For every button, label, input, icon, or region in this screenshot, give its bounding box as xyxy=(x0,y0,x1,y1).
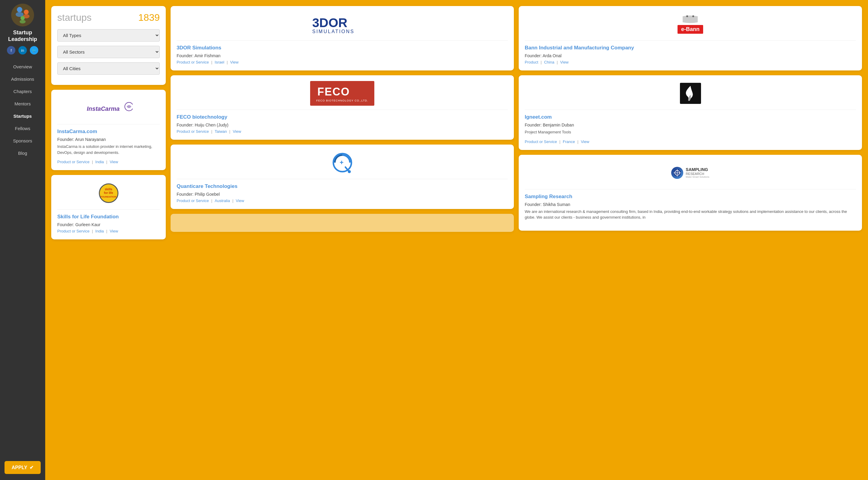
apply-button[interactable]: APPLY ✔ xyxy=(4,461,41,474)
startups-header: startups 1839 xyxy=(57,12,160,23)
startup-card-feco: FECO FECO BIOTECHNOLOGY CO.,LTD. FECO bi… xyxy=(170,75,514,140)
startup-view-bann[interactable]: View xyxy=(560,60,569,64)
startup-founder-skillsforlife: Founder: Gurleen Kaur xyxy=(57,222,160,227)
startup-founder-quanticare: Founder: Philip Goebel xyxy=(177,192,508,197)
instacarma-logo: InstaCarma xyxy=(84,101,133,115)
filter-card: startups 1839 All Types Product Service … xyxy=(51,6,166,85)
startups-title: startups xyxy=(57,12,92,23)
startup-name-instacarma[interactable]: InstaCarma.com xyxy=(57,129,160,135)
column-1: startups 1839 All Types Product Service … xyxy=(51,6,166,474)
startup-country-bann[interactable]: China xyxy=(544,60,554,64)
startup-type-quanticare[interactable]: Product or Service xyxy=(177,199,209,203)
startup-founder-bann: Founder: Arda Onal xyxy=(525,53,856,58)
twitter-icon[interactable]: 🐦 xyxy=(30,46,38,55)
main-content: startups 1839 All Types Product Service … xyxy=(45,0,868,480)
quanticare-logo-area: + xyxy=(177,150,508,175)
startup-view-skillsforlife[interactable]: View xyxy=(110,229,118,233)
svg-point-1 xyxy=(17,7,22,12)
sidebar-nav: Overview Admissions Chapters Mentors Sta… xyxy=(0,61,45,456)
startup-tags-3dor: Product or Service | Israel | View xyxy=(177,60,508,64)
instacarma-logo-area: InstaCarma xyxy=(57,96,160,120)
startup-founder-3dor: Founder: Amir Fishman xyxy=(177,53,508,58)
startup-view-instacarma[interactable]: View xyxy=(110,160,118,164)
startup-country-quanticare[interactable]: Australia xyxy=(215,199,230,203)
startup-type-skillsforlife[interactable]: Product or Service xyxy=(57,229,90,233)
startup-tags-quanticare: Product or Service | Australia | View xyxy=(177,199,508,203)
startup-name-bann[interactable]: Bann Industrial and Manufacturing Compan… xyxy=(525,45,856,51)
skillsforlife-logo: skillsfor lifeFOUNDATION xyxy=(99,183,119,203)
sidebar-item-mentors[interactable]: Mentors xyxy=(0,98,45,110)
startups-count: 1839 xyxy=(138,12,160,23)
startup-name-quanticare[interactable]: Quanticare Technologies xyxy=(177,183,508,190)
card-divider xyxy=(525,40,856,41)
apply-label: APPLY xyxy=(12,465,27,470)
startup-desc-sampling: We are an international research & manag… xyxy=(525,209,856,220)
startup-name-3dor[interactable]: 3DOR Simulations xyxy=(177,45,508,51)
type-filter[interactable]: All Types Product Service Product or Ser… xyxy=(57,29,160,41)
feco-logo-area: FECO FECO BIOTECHNOLOGY CO.,LTD. xyxy=(177,81,508,105)
sidebar-item-startups[interactable]: Startups xyxy=(0,110,45,122)
sidebar-logo xyxy=(10,3,35,27)
startup-country-igneet[interactable]: France xyxy=(563,139,575,144)
startup-view-feco[interactable]: View xyxy=(233,129,241,134)
startup-country-3dor[interactable]: Israel xyxy=(215,60,224,64)
startup-view-igneet[interactable]: View xyxy=(581,139,589,144)
startup-name-igneet[interactable]: Igneet.com xyxy=(525,114,856,120)
startup-view-quanticare[interactable]: View xyxy=(236,199,244,203)
startup-tags-igneet: Product or Service | France | View xyxy=(525,139,856,144)
svg-point-16 xyxy=(692,15,694,17)
svg-text:+: + xyxy=(340,159,344,166)
card-divider xyxy=(525,110,856,110)
svg-text:FECO: FECO xyxy=(317,85,350,98)
startup-name-sampling[interactable]: Sampling Research xyxy=(525,194,856,200)
startup-card-igneet: Igneet.com Founder: Benjamin Duban Proje… xyxy=(519,75,862,150)
startup-type-feco[interactable]: Product or Service xyxy=(177,129,209,134)
city-filter[interactable]: All Cities New York San Francisco London… xyxy=(57,62,160,75)
startup-country-instacarma[interactable]: India xyxy=(95,160,104,164)
startup-type-bann[interactable]: Product xyxy=(525,60,538,64)
card-divider xyxy=(177,110,508,110)
startup-founder-igneet: Founder: Benjamin Duban xyxy=(525,123,856,127)
sector-filter[interactable]: All Sectors Technology Healthcare Financ… xyxy=(57,46,160,58)
sampling-logo: SAMPLING RESEARCH Make Smart Solutions xyxy=(671,167,709,179)
startup-type-3dor[interactable]: Product or Service xyxy=(177,60,209,64)
startup-card-3dor: 3DOR SIMULATIONS 3DOR Simulations Founde… xyxy=(170,6,514,70)
sidebar-item-chapters[interactable]: Chapters xyxy=(0,85,45,98)
startup-view-3dor[interactable]: View xyxy=(230,60,239,64)
card-divider xyxy=(525,189,856,190)
3dor-logo: 3DOR SIMULATIONS xyxy=(309,13,375,35)
startup-type-igneet[interactable]: Product or Service xyxy=(525,139,557,144)
startup-country-feco[interactable]: Taiwan xyxy=(215,129,227,134)
linkedin-icon[interactable]: in xyxy=(19,46,27,55)
startup-tags-bann: Product | China | View xyxy=(525,60,856,64)
svg-text:SIMULATIONS: SIMULATIONS xyxy=(312,29,354,34)
startup-card-bann: e-Bann Bann Industrial and Manufacturing… xyxy=(519,6,862,70)
igneet-logo-area xyxy=(525,81,856,105)
startup-name-skillsforlife[interactable]: Skills for Life Foundation xyxy=(57,214,160,220)
startup-type-instacarma[interactable]: Product or Service xyxy=(57,160,90,164)
sidebar: Startup Leadership f in 🐦 Overview Admis… xyxy=(0,0,45,480)
startup-country-skillsforlife[interactable]: India xyxy=(95,229,104,233)
sidebar-item-overview[interactable]: Overview xyxy=(0,61,45,73)
column-2: 3DOR SIMULATIONS 3DOR Simulations Founde… xyxy=(170,6,514,474)
feco-logo: FECO FECO BIOTECHNOLOGY CO.,LTD. xyxy=(310,81,374,106)
sidebar-item-sponsors[interactable]: Sponsors xyxy=(0,135,45,147)
startup-card-quanticare: + Quanticare Technologies Founder: Phili… xyxy=(170,144,514,209)
skillsforlife-logo-area: skillsfor lifeFOUNDATION xyxy=(57,181,160,205)
card-divider xyxy=(177,179,508,179)
startup-name-feco[interactable]: FECO biotechnology xyxy=(177,114,508,120)
facebook-icon[interactable]: f xyxy=(7,46,16,55)
startup-tags-feco: Product or Service | Taiwan | View xyxy=(177,129,508,134)
card-divider xyxy=(57,209,160,210)
sidebar-item-admissions[interactable]: Admissions xyxy=(0,73,45,85)
separator1: | xyxy=(92,229,93,233)
sidebar-item-blog[interactable]: Blog xyxy=(0,147,45,159)
startup-card-skillsforlife: skillsfor lifeFOUNDATION Skills for Life… xyxy=(51,175,166,239)
startup-founder-sampling: Founder: Shikha Suman xyxy=(525,202,856,207)
svg-point-3 xyxy=(24,10,29,14)
card-divider xyxy=(177,40,508,41)
svg-point-14 xyxy=(348,170,351,173)
svg-point-15 xyxy=(686,15,688,17)
igneet-logo xyxy=(680,83,701,104)
sidebar-item-fellows[interactable]: Fellows xyxy=(0,122,45,135)
